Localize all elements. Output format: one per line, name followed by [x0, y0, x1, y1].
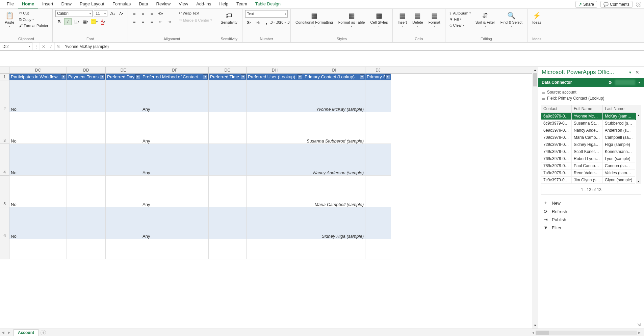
filter-dropdown-icon[interactable]: ▾ [61, 74, 66, 79]
cell[interactable] [67, 176, 106, 207]
cell[interactable] [141, 239, 209, 259]
format-as-table-button[interactable]: ▦Format as Table▾ [336, 10, 367, 29]
column-header-de[interactable]: DE [106, 67, 141, 73]
filter-button[interactable]: ▼Filter [543, 225, 639, 230]
cell[interactable]: Susanna Stubberod (sample) [303, 112, 365, 144]
cell[interactable]: Nancy Anderson (sample) [303, 144, 365, 176]
comma-button[interactable]: , [263, 19, 270, 26]
hscroll-handle[interactable]: ⋮ [527, 331, 531, 334]
row-header[interactable]: 4 [0, 144, 9, 176]
currency-button[interactable]: $▾ [245, 19, 253, 26]
cell[interactable] [209, 112, 247, 144]
pane-dropdown-icon[interactable]: ▼ [626, 71, 634, 74]
font-color-button[interactable]: A▾ [99, 18, 107, 25]
delete-cells-button[interactable]: ▦Delete▾ [410, 10, 425, 29]
column-header-dg[interactable]: DG [209, 67, 247, 73]
decrease-decimal-button[interactable]: .00→.0 [280, 19, 288, 26]
filter-dropdown-icon[interactable]: ▾ [135, 74, 140, 79]
menu-tab-data[interactable]: Data [135, 0, 152, 8]
indent-increase-button[interactable]: ⇥ [166, 18, 173, 25]
scroll-up-arrow[interactable]: ▲ [532, 67, 538, 73]
menu-tab-table-design[interactable]: Table Design [251, 0, 285, 8]
lookup-row[interactable]: 789c3979-02a...Paul Cannon (...Cannon (s… [541, 162, 641, 170]
cell[interactable] [9, 239, 67, 259]
fill-button[interactable]: ▼Fill ▾ [448, 17, 472, 22]
menu-tab-review[interactable]: Review [152, 0, 175, 8]
cell[interactable] [106, 207, 141, 239]
cell[interactable] [365, 239, 391, 259]
table-header-cell[interactable]: Preferred Method of Contact▾ [141, 74, 209, 80]
fx-button[interactable]: fx [55, 43, 62, 50]
bold-button[interactable]: B [55, 18, 63, 25]
formula-input[interactable]: Yvonne McKay (sample) [62, 44, 644, 49]
tab-nav-prev[interactable]: ◀ [0, 331, 6, 334]
fill-color-button[interactable]: ⬚▾ [91, 18, 98, 25]
lookup-row[interactable]: 6c9c3979-02a...Susanna Stub...Stubberod … [541, 120, 641, 127]
column-header-di[interactable]: DI [303, 67, 365, 73]
conditional-formatting-button[interactable]: ▦Conditional Formatting▾ [293, 10, 335, 29]
cell[interactable] [365, 144, 391, 176]
column-header-dc[interactable]: DC [9, 67, 67, 73]
hscroll-thumb[interactable] [536, 331, 549, 335]
menu-tab-add-ins[interactable]: Add-ins [192, 0, 215, 8]
cell[interactable] [209, 207, 247, 239]
paste-button[interactable]: 📋 Paste ▾ [3, 10, 16, 29]
font-name-combo[interactable]: Calibri▾ [55, 10, 93, 17]
gear-icon[interactable]: ⚙ [608, 80, 612, 85]
comments-button[interactable]: 💬Comments [600, 1, 633, 8]
hscroll-right[interactable]: ▶ [638, 331, 641, 334]
table-header-cell[interactable]: Preferred Time▾ [209, 74, 247, 80]
cell[interactable] [247, 112, 303, 144]
row-header[interactable] [0, 239, 9, 259]
cell[interactable] [247, 144, 303, 176]
filter-dropdown-icon[interactable]: ▾ [298, 74, 302, 79]
orientation-button[interactable]: ⟲▾ [157, 10, 164, 17]
cell[interactable] [106, 144, 141, 176]
lookup-header-cell[interactable]: Full Name [572, 105, 603, 113]
scroll-down-arrow[interactable]: ▼ [636, 179, 641, 184]
scroll-up-arrow[interactable]: ▲ [636, 113, 641, 118]
scroll-down-arrow[interactable]: ▼ [532, 322, 538, 329]
align-center-button[interactable]: ≡ [139, 18, 147, 25]
indent-decrease-button[interactable]: ⇤ [157, 18, 164, 25]
menu-tab-file[interactable]: File [3, 0, 18, 8]
filter-dropdown-icon[interactable]: ▾ [385, 74, 390, 79]
italic-button[interactable]: I [64, 18, 72, 25]
format-painter-button[interactable]: 🖌Format Painter [18, 23, 50, 28]
cell[interactable] [106, 80, 141, 112]
cut-button[interactable]: ✂Cut [18, 10, 50, 16]
number-format-combo[interactable]: Text▾ [245, 10, 288, 18]
cell[interactable]: No [9, 207, 67, 239]
table-header-cell[interactable]: Payment Terms▾ [67, 74, 106, 80]
decrease-font-button[interactable]: A▾ [118, 10, 125, 17]
lookup-scrollbar[interactable]: ▲ ▼ [636, 113, 641, 184]
border-button[interactable]: ▦ ▾ [82, 18, 89, 25]
lookup-header-cell[interactable]: Contact [541, 105, 572, 113]
refresh-button[interactable]: ⟳Refresh [543, 209, 639, 214]
ideas-button[interactable]: ⚡Ideas [530, 10, 543, 25]
column-header-dj[interactable]: DJ [365, 67, 391, 73]
align-top-button[interactable]: ≡ [131, 10, 138, 17]
menu-tab-insert[interactable]: Insert [38, 0, 57, 8]
share-button[interactable]: ↗Share [575, 1, 597, 8]
enter-formula-button[interactable]: ✓ [47, 43, 55, 50]
filter-dropdown-icon[interactable]: ▾ [360, 74, 364, 79]
font-size-combo[interactable]: 11▾ [94, 10, 107, 17]
row-header[interactable]: 1 [0, 74, 9, 80]
lookup-row[interactable]: 749c3979-02a...Scott Konersm...Konersman… [541, 148, 641, 155]
lookup-row[interactable]: 7a9c3979-02a...Rene Valdes (s...Valdes (… [541, 170, 641, 177]
copy-button[interactable]: ⧉Copy ▾ [18, 17, 50, 22]
hscroll-left[interactable]: ◀ [532, 331, 534, 334]
menu-tab-page-layout[interactable]: Page Layout [76, 0, 108, 8]
vertical-scrollbar[interactable]: ▲ ▼ [532, 67, 538, 329]
cell[interactable]: Yvonne McKay (sample) [303, 80, 365, 112]
column-header-dh[interactable]: DH [247, 67, 303, 73]
cell[interactable] [365, 176, 391, 207]
align-right-button[interactable]: ≡ [148, 18, 156, 25]
cell[interactable] [209, 176, 247, 207]
cell[interactable] [247, 239, 303, 259]
tab-nav-next[interactable]: ▶ [6, 331, 12, 334]
menu-tab-team[interactable]: Team [232, 0, 251, 8]
select-all-corner[interactable] [0, 67, 9, 73]
row-header[interactable]: 2 [0, 80, 9, 112]
